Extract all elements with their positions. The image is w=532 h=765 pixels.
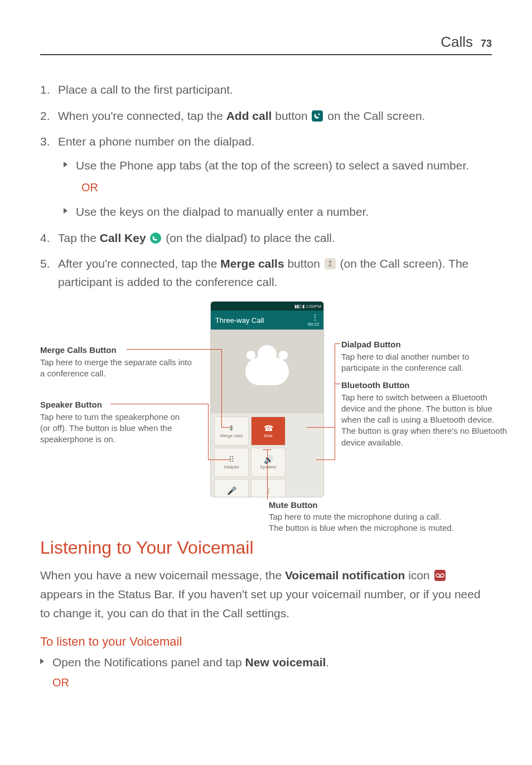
bold: Add call — [226, 109, 272, 122]
t: Open the Notifications panel and tap — [52, 656, 245, 669]
label: Speaker — [260, 464, 277, 469]
leader-line — [208, 404, 209, 459]
callout-title: Mute Button — [269, 500, 454, 511]
call-screen-diagram: ▮▮▯ ▮ 1:00PM Three-way Call ⋮ 00:12 ⇞ — [40, 299, 492, 522]
voicemail-heading: Listening to Your Voicemail — [40, 538, 492, 558]
voicemail-subhead: To listen to your Voicemail — [40, 635, 492, 649]
leader-line — [267, 449, 268, 500]
step-num: 4. — [40, 229, 50, 248]
t: . — [326, 656, 329, 669]
t: After you're connected, tap the — [58, 257, 220, 270]
callout-body: Tap here to merge the separate calls int… — [40, 357, 192, 378]
call-key-icon — [150, 233, 161, 244]
manual-page: Calls 73 1. Place a call to the first pa… — [0, 0, 532, 765]
t: Use the keys on the dialpad to manually … — [76, 205, 369, 218]
step-num: 2. — [40, 107, 50, 125]
sub-bullet: Use the keys on the dialpad to manually … — [64, 203, 492, 221]
bold: Voicemail notification — [285, 569, 405, 582]
speaker-button[interactable]: 🔊Speaker — [251, 448, 286, 477]
end-call-button[interactable]: ☎End — [251, 417, 286, 446]
speaker-icon: 🔊 — [264, 455, 273, 464]
merge-callout: Merge Calls Button Tap here to merge the… — [40, 345, 196, 379]
leader-line — [335, 384, 335, 460]
merge-calls-button[interactable]: ⇞Merge calls — [214, 417, 249, 446]
bold: Merge calls — [220, 257, 284, 270]
callout-title: Bluetooth Button — [341, 380, 509, 391]
t: button — [272, 109, 311, 122]
sub-bullet: Open the Notifications panel and tap New… — [40, 653, 492, 672]
leader-line — [335, 343, 340, 344]
svg-point-1 — [441, 574, 444, 577]
callout-body: Tap here to turn the speakerphone on (or… — [40, 412, 180, 444]
speaker-callout: Speaker Button Tap here to turn the spea… — [40, 399, 188, 445]
bold: New voicemail — [245, 656, 326, 669]
callout-body: Tap here to dial another number to parti… — [341, 352, 469, 372]
leader-line — [335, 384, 340, 384]
bluetooth-callout: Bluetooth Button Tap here to switch betw… — [341, 380, 509, 448]
step-3: 3. Enter a phone number on the dialpad. … — [40, 133, 492, 221]
status-bar: ▮▮▯ ▮ 1:00PM — [211, 302, 323, 311]
status-time: 1:00PM — [306, 304, 321, 309]
t — [146, 231, 149, 244]
leader-line — [110, 404, 208, 404]
mute-button[interactable]: 🎤Mute — [214, 479, 249, 497]
callout-body: Tap here to switch between a Bluetooth d… — [341, 393, 507, 447]
step-2: 2. When you're connected, tap the Add ca… — [40, 107, 492, 125]
step-text: Place a call to the first participant. — [58, 83, 233, 96]
callout-title: Merge Calls Button — [40, 345, 196, 356]
page-number: 73 — [481, 38, 492, 50]
t: button — [284, 257, 323, 270]
call-timer: 00:12 — [308, 322, 319, 328]
steps-list: 1. Place a call to the first participant… — [40, 81, 492, 291]
step-4: 4. Tap the Call Key (on the dialpad) to … — [40, 229, 492, 248]
t: appears in the Status Bar. If you haven'… — [40, 588, 481, 619]
bold: Call Key — [100, 231, 146, 244]
leader-line — [221, 427, 230, 428]
t: Tap the — [58, 231, 100, 244]
voicemail-icon — [434, 570, 446, 581]
leader-line — [263, 449, 272, 450]
t: on the Call screen. — [327, 109, 425, 122]
step-num: 1. — [40, 81, 50, 99]
triangle-bullet-icon — [40, 659, 44, 664]
callout-title: Speaker Button — [40, 399, 188, 410]
merge-icon — [325, 258, 336, 269]
mute-icon: 🎤 — [227, 486, 236, 495]
section-title: Calls — [441, 33, 473, 51]
leader-line — [316, 459, 335, 460]
merge-icon: ⇞ — [228, 424, 235, 433]
t: Use the Phone app tabs (at the top of th… — [76, 159, 469, 172]
end-icon: ☎ — [264, 424, 273, 433]
label: Bluetooth — [259, 496, 278, 497]
step-5: 5. After you're connected, tap the Merge… — [40, 255, 492, 291]
mute-callout: Mute Button Tap here to mute the microph… — [269, 500, 454, 534]
callout-title: Dialpad Button — [341, 339, 503, 350]
add-call-icon — [312, 110, 323, 122]
overflow-menu-icon[interactable]: ⋮ — [311, 313, 319, 322]
call-header: Three-way Call ⋮ 00:12 — [211, 311, 323, 330]
svg-point-0 — [436, 574, 439, 577]
step-1: 1. Place a call to the first participant… — [40, 81, 492, 99]
t: When you have a new voicemail message, t… — [40, 569, 285, 582]
label: Mute — [226, 496, 236, 497]
leader-line — [127, 349, 221, 350]
callout-body: The button is blue when the microphone i… — [269, 523, 454, 532]
label: Dialpad — [224, 464, 239, 469]
label: End — [264, 433, 272, 438]
triangle-bullet-icon — [64, 208, 67, 214]
page-header: Calls 73 — [40, 33, 492, 55]
or-label: OR — [52, 676, 492, 689]
dialpad-callout: Dialpad Button Tap here to dial another … — [341, 339, 503, 374]
bluetooth-button[interactable]: ᛒBluetooth — [251, 479, 286, 497]
step-num: 5. — [40, 255, 50, 273]
voicemail-paragraph: When you have a new voicemail message, t… — [40, 566, 492, 622]
callout-body: Tap here to mute the microphone during a… — [269, 512, 441, 521]
step-text: Enter a phone number on the dialpad. — [58, 135, 255, 148]
sub-bullet: Use the Phone app tabs (at the top of th… — [64, 157, 492, 175]
label: Merge calls — [220, 433, 243, 438]
signal-icon: ▮▮▯ — [294, 304, 301, 309]
avatar-area — [211, 330, 323, 413]
dialpad-button[interactable]: ⠿Dialpad — [214, 448, 249, 477]
battery-icon: ▮ — [302, 304, 304, 309]
leader-line — [221, 349, 222, 427]
